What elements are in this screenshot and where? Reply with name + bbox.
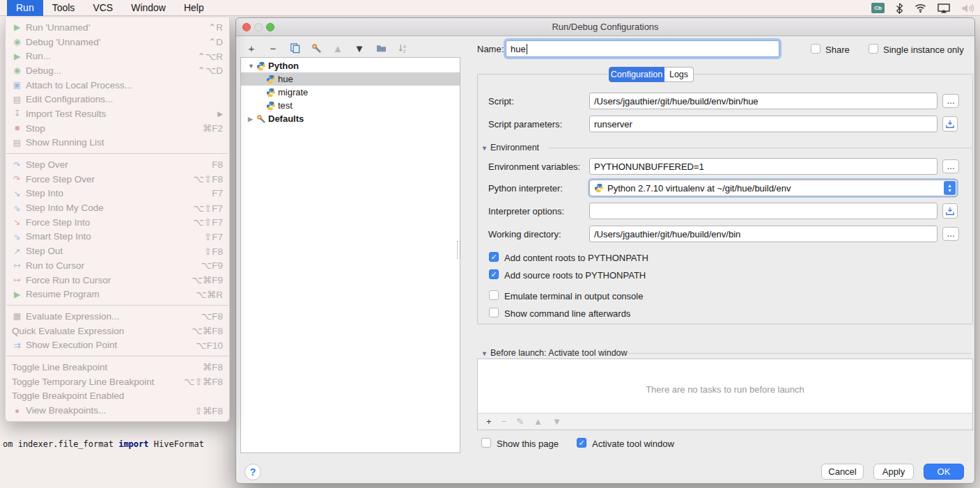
force-step-over-icon: ↷: [10, 174, 24, 184]
cb-status-icon[interactable]: Cb: [871, 3, 885, 13]
environment-section-header[interactable]: ▼Environment: [481, 143, 539, 152]
bluetooth-icon[interactable]: [896, 3, 903, 14]
share-checkbox[interactable]: [811, 44, 820, 54]
menu-item-force-step-into[interactable]: ↘Force Step Into⌥⇧F7: [6, 215, 229, 230]
activate-tool-window-checkbox[interactable]: ✓: [577, 438, 586, 448]
tree-item-migrate[interactable]: ▶ migrate: [241, 86, 460, 99]
ok-button[interactable]: OK: [924, 464, 964, 480]
menu-item-show-execution-point[interactable]: ⇉Show Execution Point⌥F10: [6, 338, 229, 352]
script-label: Script:: [488, 96, 514, 107]
add-icon[interactable]: +: [486, 416, 492, 427]
show-command-line-checkbox[interactable]: [489, 308, 499, 317]
volume-icon[interactable]: [961, 3, 974, 13]
before-launch-header[interactable]: ▼Before launch: Activate tool window: [481, 348, 628, 358]
emulate-terminal-checkbox[interactable]: [489, 290, 499, 300]
menu-item-show-running-list[interactable]: ▤Show Running List: [6, 136, 229, 150]
python-interpreter-select[interactable]: Python 2.7.10 virtualenv at ~/git/hue/bu…: [589, 180, 957, 196]
remove-icon[interactable]: −: [266, 41, 280, 55]
wifi-icon[interactable]: [915, 3, 926, 13]
script-parameters-expand-button[interactable]: [942, 116, 958, 132]
menubar-item-help[interactable]: Help: [175, 0, 213, 16]
edit-defaults-wrench-icon[interactable]: [309, 41, 323, 55]
menu-item-step-over[interactable]: ↷Step OverF8: [6, 157, 229, 172]
folder-icon[interactable]: [374, 41, 388, 55]
dropdown-stepper-icon[interactable]: ▲▼: [944, 181, 956, 195]
tab-logs[interactable]: Logs: [664, 67, 694, 82]
emulate-terminal-label[interactable]: Emulate terminal in output console: [504, 291, 643, 301]
environment-variables-browse-button[interactable]: …: [942, 159, 959, 173]
share-label[interactable]: Share: [825, 45, 850, 55]
menu-item-run[interactable]: ▶Run...⌃⌥R: [6, 49, 229, 63]
show-this-page-label[interactable]: Show this page: [497, 439, 559, 449]
chevron-right-icon[interactable]: ▶: [248, 116, 256, 123]
panel-splitter-handle[interactable]: [457, 241, 460, 259]
menu-item-resume-program[interactable]: ▶Resume Program⌥⌘R: [6, 287, 229, 301]
activate-tool-window-label[interactable]: Activate tool window: [592, 439, 674, 449]
menubar-item-window[interactable]: Window: [122, 0, 175, 16]
menu-item-force-step-over[interactable]: ↷Force Step Over⌥⇧F8: [6, 172, 229, 187]
working-directory-input[interactable]: /Users/jgauthier/git/hue/build/env/bin: [589, 226, 938, 242]
menu-item-step-into-my-code[interactable]: ⇘Step Into My Code⌥⇧F7: [6, 200, 229, 215]
single-instance-label[interactable]: Single instance only: [883, 45, 964, 55]
add-source-roots-checkbox[interactable]: ✓: [489, 269, 499, 279]
menubar-item-run[interactable]: Run: [7, 0, 43, 16]
menubar-item-vcs[interactable]: VCS: [84, 0, 122, 16]
menu-item-quick-evaluate-expression[interactable]: Quick Evaluate Expression⌥⌘F8: [6, 324, 229, 338]
show-command-line-label[interactable]: Show command line afterwards: [504, 308, 630, 319]
menu-item-view-breakpoints[interactable]: ●View Breakpoints...⇧⌘F8: [6, 403, 229, 418]
resume-icon: ▶: [10, 290, 24, 299]
move-down-icon[interactable]: ▼: [352, 41, 366, 55]
tree-item-test[interactable]: ▶ test: [241, 99, 460, 112]
help-button[interactable]: ?: [244, 464, 261, 480]
menu-item-run-to-cursor[interactable]: ↦Run to Cursor⌥F9: [6, 258, 229, 273]
menu-item-smart-step-into[interactable]: ⇘Smart Step Into⇧F7: [6, 230, 229, 244]
add-content-roots-label[interactable]: Add content roots to PYTHONPATH: [504, 253, 648, 263]
menu-item-evaluate-expression[interactable]: ▦Evaluate Expression...⌥F8: [6, 309, 229, 324]
airplay-icon[interactable]: [938, 3, 950, 13]
tree-item-defaults[interactable]: ▶ Defaults: [241, 112, 460, 125]
interpreter-options-expand-button[interactable]: [942, 203, 958, 219]
apply-button[interactable]: Apply: [873, 464, 914, 480]
menu-item-toggle-breakpoint-enabled[interactable]: Toggle Breakpoint Enabled: [6, 389, 229, 404]
tree-item-python[interactable]: ▼ Python: [241, 59, 460, 72]
chevron-down-icon[interactable]: ▼: [248, 63, 256, 70]
single-instance-checkbox[interactable]: [869, 44, 878, 54]
interpreter-options-input[interactable]: [589, 203, 938, 219]
tab-configuration[interactable]: Configuration: [609, 67, 664, 82]
name-input[interactable]: hue: [506, 40, 779, 57]
background-editor-code: om indexer.file_format import HiveFormat…: [3, 419, 243, 488]
menu-item-run-unnamed[interactable]: ▶Run 'Unnamed'⌃R: [6, 20, 229, 35]
menubar-item-tools[interactable]: Tools: [43, 0, 84, 16]
configurations-toolbar: + − ▲ ▼ az: [244, 40, 410, 56]
menu-item-toggle-line-breakpoint[interactable]: Toggle Line Breakpoint⌘F8: [6, 360, 229, 375]
section-divider: [628, 353, 972, 354]
environment-variables-input[interactable]: PYTHONUNBUFFERED=1: [589, 158, 938, 175]
python-icon: [266, 88, 276, 97]
script-parameters-input[interactable]: runserver: [589, 116, 938, 132]
add-icon[interactable]: +: [244, 41, 258, 55]
tree-item-label: Python: [268, 61, 299, 71]
copy-icon[interactable]: [288, 41, 302, 55]
show-this-page-checkbox[interactable]: [481, 438, 491, 448]
menu-item-toggle-temporary-line-breakpoint[interactable]: Toggle Temporary Line Breakpoint⌥⇧⌘F8: [6, 375, 229, 389]
working-directory-browse-button[interactable]: …: [942, 227, 959, 241]
menu-item-stop[interactable]: ■Stop⌘F2: [6, 121, 229, 136]
show-execution-point-icon: ⇉: [10, 340, 24, 350]
script-input[interactable]: /Users/jgauthier/git/hue/build/env/bin/h…: [589, 93, 938, 109]
menu-item-step-into[interactable]: ↘Step IntoF7: [6, 187, 229, 201]
menu-item-debug[interactable]: ◉Debug...⌃⌥D: [6, 63, 229, 78]
add-source-roots-label[interactable]: Add source roots to PYTHONPATH: [504, 270, 646, 281]
menu-item-force-run-to-cursor[interactable]: ↦Force Run to Cursor⌥⌘F9: [6, 273, 229, 288]
status-icons: Cb: [871, 0, 974, 16]
menu-item-attach-to-local-process[interactable]: ▣Attach to Local Process...: [6, 78, 229, 93]
add-content-roots-checkbox[interactable]: ✓: [489, 252, 499, 262]
tree-item-hue[interactable]: ▶ hue: [241, 72, 460, 86]
cancel-button[interactable]: Cancel: [821, 464, 864, 480]
code-line: om indexer.file_format import HiveFormat: [3, 439, 243, 449]
menu-item-step-out[interactable]: ↗Step Out⇧F8: [6, 244, 229, 258]
menu-item-edit-configurations[interactable]: ▤Edit Configurations...: [6, 92, 229, 107]
dialog-titlebar[interactable]: Run/Debug Configurations: [236, 18, 974, 36]
menu-item-import-test-results[interactable]: ↧Import Test Results▶: [6, 107, 229, 121]
script-browse-button[interactable]: …: [942, 94, 959, 108]
menu-item-debug-unnamed[interactable]: ◉Debug 'Unnamed'⌃D: [6, 35, 229, 49]
